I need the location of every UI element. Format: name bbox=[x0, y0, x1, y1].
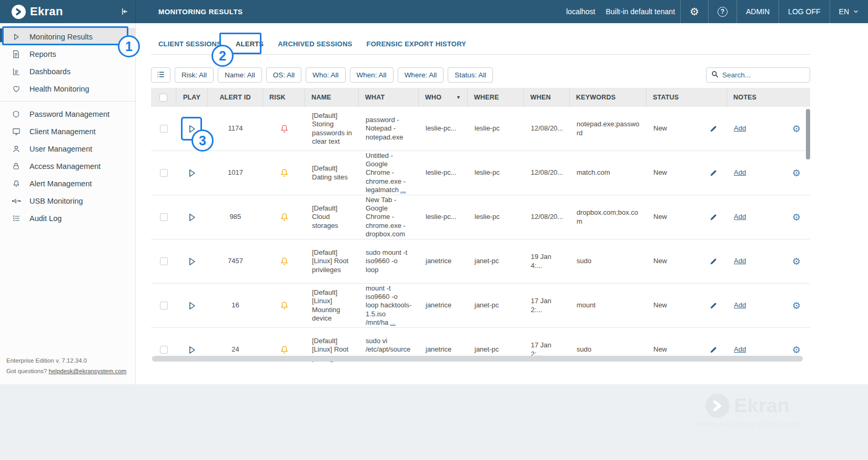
alert-status: New bbox=[653, 124, 667, 133]
play-button[interactable] bbox=[183, 297, 201, 315]
list-icon bbox=[156, 70, 165, 81]
filter-status[interactable]: Status: All bbox=[448, 67, 493, 83]
risk-bell-icon bbox=[279, 256, 289, 266]
sidebar-item-health-monitoring[interactable]: Health Monitoring bbox=[0, 80, 135, 97]
filter-who[interactable]: Who: All bbox=[306, 67, 346, 83]
more-link[interactable]: ... bbox=[390, 318, 396, 326]
view-options-button[interactable] bbox=[151, 67, 170, 83]
alert-status: New bbox=[653, 213, 667, 221]
logoff-label: LOG OFF bbox=[788, 7, 820, 16]
sidebar-item-label: Dashboards bbox=[29, 67, 70, 76]
sidebar-item-audit-log[interactable]: Audit Log bbox=[0, 209, 135, 227]
gear-icon: ⚙ bbox=[690, 6, 699, 17]
alert-status: New bbox=[653, 345, 667, 354]
edit-status-icon[interactable] bbox=[709, 213, 718, 222]
tab-archived-sessions[interactable]: ARCHIVED SESSIONS bbox=[278, 33, 352, 54]
helpdesk-link[interactable]: helpdesk@ekransystem.com bbox=[49, 368, 127, 374]
edit-status-icon[interactable] bbox=[709, 169, 718, 177]
sidebar-item-client-management[interactable]: Client Management bbox=[0, 123, 135, 140]
play-button[interactable] bbox=[183, 120, 201, 138]
language-dropdown[interactable]: EN bbox=[830, 0, 868, 23]
horizontal-scrollbar[interactable] bbox=[152, 356, 803, 362]
alert-who: leslie-pc... bbox=[419, 107, 468, 151]
alert-what: mount -t iso9660 -o loop hacktools-1.5.i… bbox=[359, 284, 419, 327]
monitor-icon bbox=[11, 127, 21, 136]
row-gear-icon[interactable]: ⚙ bbox=[792, 301, 801, 311]
sidebar-item-alert-management[interactable]: Alert Management bbox=[0, 175, 135, 192]
row-gear-icon[interactable]: ⚙ bbox=[792, 345, 801, 355]
alert-keywords: sudo bbox=[570, 239, 647, 283]
row-checkbox[interactable] bbox=[160, 302, 168, 309]
sidebar-item-dashboards[interactable]: Dashboards bbox=[0, 63, 135, 80]
edit-status-icon[interactable] bbox=[709, 346, 718, 354]
col-where: WHERE bbox=[468, 88, 524, 107]
row-checkbox[interactable] bbox=[160, 213, 168, 221]
col-when: WHEN bbox=[524, 88, 570, 107]
sort-dropdown-icon[interactable]: ▼ bbox=[456, 95, 461, 100]
play-button[interactable] bbox=[183, 253, 201, 271]
row-gear-icon[interactable]: ⚙ bbox=[792, 213, 801, 222]
sidebar-item-monitoring-results[interactable]: Monitoring Results bbox=[0, 28, 135, 45]
add-note-link[interactable]: Add bbox=[734, 345, 746, 354]
help-button[interactable]: ? bbox=[708, 0, 736, 23]
filter-where[interactable]: Where: All bbox=[398, 67, 444, 83]
add-note-link[interactable]: Add bbox=[734, 213, 746, 221]
row-checkbox[interactable] bbox=[160, 346, 168, 354]
sidebar-item-usb-monitoring[interactable]: USB Monitoring bbox=[0, 192, 135, 209]
tab-alerts[interactable]: ALERTS bbox=[236, 33, 264, 54]
tab-forensic-export-history[interactable]: FORENSIC EXPORT HISTORY bbox=[367, 33, 467, 54]
add-note-link[interactable]: Add bbox=[734, 168, 746, 177]
username-label: ADMIN bbox=[746, 7, 770, 16]
play-button[interactable] bbox=[183, 208, 201, 226]
tab-client-sessions[interactable]: CLIENT SESSIONS bbox=[158, 33, 221, 54]
row-gear-icon[interactable]: ⚙ bbox=[792, 257, 801, 266]
filter-os[interactable]: OS: All bbox=[266, 67, 301, 83]
vertical-scrollbar[interactable] bbox=[806, 109, 810, 159]
edit-status-icon[interactable] bbox=[709, 302, 718, 310]
tenant-label: Built-in default tenant bbox=[601, 0, 681, 23]
row-checkbox[interactable] bbox=[160, 257, 168, 265]
sidebar-pin-handle[interactable] bbox=[0, 28, 4, 42]
sidebar-item-reports[interactable]: Reports bbox=[0, 45, 135, 63]
row-gear-icon[interactable]: ⚙ bbox=[792, 168, 801, 178]
row-gear-icon[interactable]: ⚙ bbox=[792, 124, 801, 134]
user-menu[interactable]: ADMIN bbox=[736, 0, 779, 23]
sidebar-item-user-management[interactable]: User Management bbox=[0, 140, 135, 157]
table-row: 985 [Default] Cloud storages New Tab - G… bbox=[151, 195, 810, 239]
sidebar-collapse-icon[interactable] bbox=[119, 7, 129, 16]
more-link[interactable]: ... bbox=[400, 186, 406, 194]
settings-button[interactable]: ⚙ bbox=[680, 0, 708, 23]
filter-name[interactable]: Name: All bbox=[218, 67, 262, 83]
filter-risk[interactable]: Risk: All bbox=[175, 67, 214, 83]
add-note-link[interactable]: Add bbox=[734, 124, 746, 133]
table-row: 1174 [Default] Storing passwords in clea… bbox=[151, 107, 810, 151]
risk-bell-icon bbox=[279, 212, 289, 222]
logoff-button[interactable]: LOG OFF bbox=[779, 0, 829, 23]
sidebar-item-label: Audit Log bbox=[29, 214, 62, 223]
alert-who: leslie-pc... bbox=[419, 195, 468, 239]
col-name: NAME bbox=[305, 88, 359, 107]
alert-name: [Default] Dating sites bbox=[305, 151, 359, 195]
play-button[interactable] bbox=[183, 164, 201, 182]
sidebar-footer: Enterprise Edition v. 7.12.34.0 Got ques… bbox=[6, 355, 126, 377]
search-input[interactable] bbox=[722, 71, 805, 79]
sidebar-item-label: Password Management bbox=[29, 110, 109, 118]
add-note-link[interactable]: Add bbox=[734, 301, 746, 309]
col-risk: RISK bbox=[263, 88, 305, 107]
ekran-logo[interactable]: Ekran bbox=[12, 5, 119, 19]
sidebar-item-password-management[interactable]: Password Management bbox=[0, 105, 135, 123]
edit-status-icon[interactable] bbox=[709, 257, 718, 266]
sidebar: Monitoring Results Reports Dashboards He… bbox=[0, 23, 136, 384]
row-checkbox[interactable] bbox=[160, 125, 168, 133]
table-body: 1174 [Default] Storing passwords in clea… bbox=[151, 107, 810, 363]
alert-id: 1017 bbox=[208, 151, 263, 195]
sidebar-item-access-management[interactable]: Access Management bbox=[0, 157, 135, 175]
edit-status-icon[interactable] bbox=[709, 125, 718, 133]
heart-icon bbox=[11, 85, 21, 93]
add-note-link[interactable]: Add bbox=[734, 257, 746, 265]
questions-label: Got questions? bbox=[6, 368, 47, 374]
row-checkbox[interactable] bbox=[160, 169, 168, 177]
filter-when[interactable]: When: All bbox=[350, 67, 393, 83]
alert-when: 12/08/20... bbox=[524, 151, 570, 195]
select-all-checkbox[interactable] bbox=[159, 94, 167, 102]
